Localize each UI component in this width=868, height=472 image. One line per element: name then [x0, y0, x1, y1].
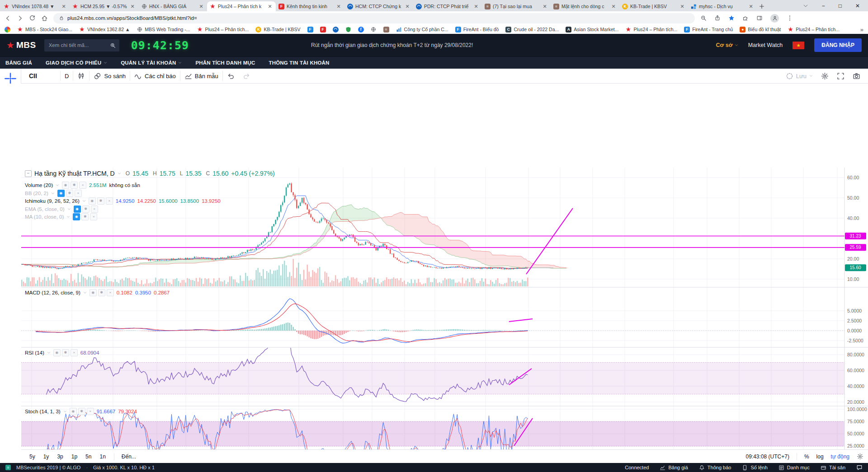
range-button-5y[interactable]: 5y — [26, 452, 39, 461]
range-button-3p[interactable]: 3p — [53, 452, 66, 461]
gear-icon[interactable] — [857, 453, 863, 460]
url-input[interactable]: plus24.mbs.com.vn/apps/StockBoard/MBS/pt… — [53, 13, 695, 23]
extensions-icon[interactable] — [742, 15, 749, 21]
symbol-search-input[interactable] — [48, 42, 107, 48]
interval-button[interactable]: D — [61, 69, 73, 84]
tab-close-icon[interactable]: ✕ — [679, 4, 685, 9]
range-button-1n[interactable]: 1n — [96, 452, 109, 461]
nav-item-1[interactable]: GIAO DỊCH CỔ PHIẾU — [46, 60, 107, 65]
bookmark-item-3[interactable]: MBS Web Trading -... — [137, 27, 190, 33]
bookmark-item-6[interactable]: F — [307, 27, 313, 33]
cursor-tool-icon[interactable] — [4, 72, 17, 85]
browser-tab-7[interactable]: ≡(7) Tại sao lại mua✕ — [482, 1, 551, 11]
market-watch-link[interactable]: Market Watch — [748, 42, 783, 48]
new-tab-button[interactable] — [757, 1, 767, 11]
login-button[interactable]: ĐĂNG NHẬP — [814, 38, 862, 52]
bookmark-item-5[interactable]: KKB-Trade | KBSV — [255, 27, 300, 33]
bookmark-item-9[interactable] — [345, 27, 351, 33]
tab-close-icon[interactable]: ✕ — [610, 4, 617, 9]
compare-button[interactable]: So sánh — [90, 69, 130, 84]
symbol-button[interactable]: CII — [25, 69, 60, 84]
bookmark-item-14[interactable]: FFireAnt - Biểu đồ — [455, 27, 499, 33]
bookmark-item-4[interactable]: ★Plus24 – Phân tích... — [197, 27, 249, 33]
bookmark-item-13[interactable]: Công ty Cổ phần C... — [396, 27, 448, 33]
bookmark-item-2[interactable]: ★VNIndex 1362.82 ▲ — [79, 27, 130, 33]
nav-item-2[interactable]: QUẢN LÝ TÀI KHOẢN — [121, 60, 182, 65]
home-icon[interactable] — [41, 15, 48, 22]
browser-tab-1[interactable]: ★HCM 25.95 ▼ -0.57%✕ — [70, 1, 138, 11]
tab-close-icon[interactable]: ✕ — [404, 4, 410, 9]
browser-tab-10[interactable]: myhsc - Dịch vụ✕ — [688, 1, 757, 11]
nav-item-4[interactable]: THÔNG TIN TÀI KHOẢN — [269, 60, 329, 65]
clock-utc[interactable]: 09:43:08 (UTC+7) — [746, 453, 789, 460]
bookmark-item-18[interactable]: FFireAnt - Trang chủ — [684, 27, 733, 33]
bookmark-item-12[interactable]: ≡ — [383, 27, 389, 33]
browser-tab-0[interactable]: ★VNIndex 1078.48 ▼✕ — [1, 1, 70, 11]
tab-close-icon[interactable]: ✕ — [748, 4, 754, 9]
range-button-1y[interactable]: 1y — [40, 452, 53, 461]
tab-close-icon[interactable]: ✕ — [267, 4, 273, 9]
side-panel-icon[interactable] — [756, 15, 763, 21]
status-item-5[interactable]: Tài sản — [821, 465, 845, 471]
chart-settings-button[interactable] — [817, 69, 833, 84]
nav-item-0[interactable]: BẢNG GIÁ — [5, 60, 32, 65]
bookmark-item-17[interactable]: ★Plus24 – Phân tích... — [625, 27, 677, 33]
bookmark-item-0[interactable] — [5, 27, 10, 33]
vietnam-flag-icon[interactable]: ★ — [793, 42, 804, 49]
undo-button[interactable] — [223, 69, 239, 84]
indicators-button[interactable]: Các chỉ báo — [130, 69, 180, 84]
chat-icon[interactable] — [856, 464, 863, 471]
symbol-search-box[interactable] — [44, 39, 119, 51]
chart-style-button[interactable] — [73, 69, 89, 84]
percent-scale-button[interactable]: % — [804, 453, 809, 460]
status-item-1[interactable]: Bảng giá — [660, 465, 688, 471]
browser-tab-6[interactable]: ◠PDR: CTCP Phát triể✕ — [413, 1, 482, 11]
tab-close-icon[interactable]: ✕ — [129, 4, 136, 9]
save-layout-button[interactable]: Lưu — [782, 69, 817, 84]
status-item-4[interactable]: Danh mục — [778, 465, 810, 471]
tab-close-icon[interactable]: ✕ — [473, 4, 479, 9]
zoom-out-icon[interactable] — [700, 15, 707, 21]
range-button-5n[interactable]: 5n — [82, 452, 95, 461]
auto-scale-button[interactable]: tự động — [831, 453, 849, 460]
tab-close-icon[interactable]: ✕ — [61, 4, 67, 9]
status-item-0[interactable]: Connected — [625, 465, 649, 470]
tab-close-icon[interactable]: ✕ — [335, 4, 342, 9]
close-window-button[interactable]: ✕ — [855, 3, 860, 9]
bookmark-item-7[interactable]: F — [320, 27, 326, 33]
maximize-button[interactable]: □ — [839, 3, 842, 9]
redo-button[interactable] — [239, 69, 255, 84]
browser-tab-9[interactable]: KKB-Trade | KBSV✕ — [619, 1, 688, 11]
status-item-3[interactable]: Số lệnh — [742, 465, 767, 471]
mbs-logo[interactable]: ★ MBS — [6, 40, 36, 51]
bookmarks-overflow-icon[interactable]: » — [860, 26, 863, 33]
browser-tab-8[interactable]: ≡Mặt lệnh cho dòng c✕ — [551, 1, 619, 11]
browser-tab-5[interactable]: ◠HCM: CTCP Chứng k✕ — [344, 1, 413, 11]
share-icon[interactable] — [714, 15, 721, 21]
bookmark-item-1[interactable]: ★MBS - Stock24 Giao... — [17, 27, 72, 33]
profile-avatar[interactable] — [770, 14, 779, 23]
templates-button[interactable]: Bản mẫu — [180, 69, 222, 84]
fullscreen-button[interactable] — [833, 69, 849, 84]
browser-tab-3[interactable]: ★Plus24 – Phân tích k✕ — [207, 1, 276, 11]
browser-menu-icon[interactable] — [787, 15, 793, 21]
snapshot-button[interactable] — [849, 69, 864, 84]
log-scale-button[interactable]: log — [816, 453, 824, 460]
bookmark-item-19[interactable]: ●Biểu đồ kĩ thuật — [740, 27, 781, 33]
back-icon[interactable] — [5, 15, 11, 22]
goto-date-button[interactable]: Đến... — [118, 452, 140, 461]
status-item-2[interactable]: Thông báo — [699, 465, 731, 471]
forward-icon[interactable] — [17, 15, 24, 22]
bookmark-item-20[interactable]: ★Plus24 – Phân tích... — [788, 27, 840, 33]
browser-tab-2[interactable]: HNX - BẢNG GIÁ✕ — [138, 1, 207, 11]
bookmark-star-icon[interactable] — [728, 15, 735, 21]
browser-tab-4[interactable]: FKênh thông tin kinh✕ — [276, 1, 344, 11]
tab-close-icon[interactable]: ✕ — [542, 4, 548, 9]
range-button-1p[interactable]: 1p — [68, 452, 81, 461]
minimize-button[interactable]: − — [822, 3, 825, 9]
tab-search-icon[interactable] — [803, 3, 808, 9]
search-icon[interactable] — [110, 42, 116, 48]
bookmark-item-15[interactable]: CCrude oil - 2022 Da... — [505, 27, 559, 33]
bookmark-item-8[interactable]: ◠ — [333, 27, 339, 33]
bookmark-item-16[interactable]: AAsian Stock Market... — [566, 27, 618, 33]
